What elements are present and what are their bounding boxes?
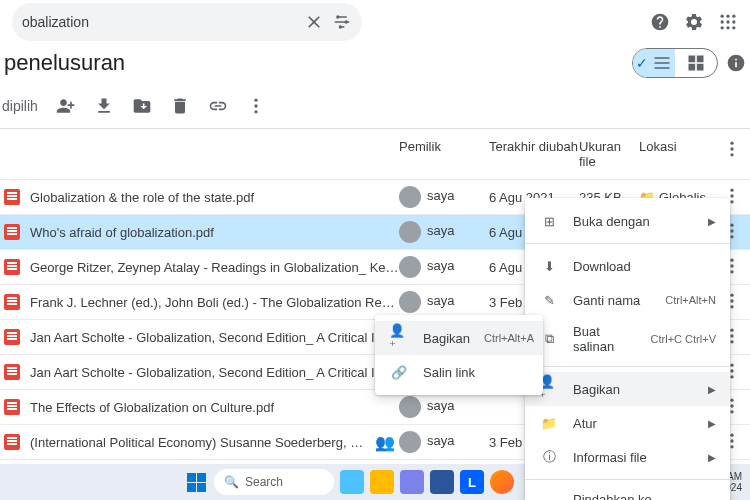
menu-item-copy[interactable]: ⧉Buat salinanCtrl+C Ctrl+V: [525, 317, 730, 361]
selection-label: dipilih: [2, 98, 38, 114]
menu-label: Ganti nama: [573, 293, 651, 308]
header-modified[interactable]: Terakhir diubah: [489, 139, 579, 169]
start-button[interactable]: [184, 470, 208, 494]
avatar: [399, 396, 421, 418]
share-icon[interactable]: [56, 96, 76, 116]
file-name: (International Political Economy) Susann…: [30, 435, 369, 450]
svg-point-33: [730, 363, 733, 366]
selection-toolbar: dipilih: [0, 88, 750, 129]
svg-point-38: [730, 410, 733, 413]
info-icon: ⓘ: [539, 447, 559, 467]
menu-item-download[interactable]: ⬇Download: [525, 249, 730, 283]
file-name: George Ritzer, Zeynep Atalay - Readings …: [30, 260, 399, 275]
search-box[interactable]: [12, 3, 362, 41]
svg-point-16: [730, 147, 733, 150]
svg-point-21: [730, 223, 733, 226]
svg-point-15: [730, 142, 733, 145]
move-icon[interactable]: [132, 96, 152, 116]
owner-cell: saya: [399, 291, 489, 313]
svg-point-10: [726, 26, 729, 29]
svg-point-25: [730, 264, 733, 267]
pdf-icon: [4, 259, 20, 275]
menu-item-share[interactable]: 👤⁺BagikanCtrl+Alt+A: [375, 321, 543, 355]
help-icon[interactable]: [650, 12, 670, 32]
pdf-icon: [4, 189, 20, 205]
svg-point-13: [254, 104, 257, 107]
owner-cell: saya: [399, 396, 489, 418]
menu-item-share[interactable]: 👤⁺Bagikan▶: [525, 372, 730, 406]
view-list[interactable]: ✓: [633, 49, 675, 77]
view-toggle[interactable]: ✓: [632, 48, 718, 78]
svg-point-4: [726, 15, 729, 18]
link-icon[interactable]: [208, 96, 228, 116]
header-more-icon[interactable]: [722, 139, 742, 159]
search-input[interactable]: [22, 14, 304, 30]
pdf-icon: [4, 434, 20, 450]
svg-point-29: [730, 305, 733, 308]
svg-point-39: [730, 433, 733, 436]
owner-cell: saya: [399, 256, 489, 278]
owner-cell: saya: [399, 186, 489, 208]
chevron-right-icon: ▶: [708, 384, 716, 395]
svg-point-18: [730, 188, 733, 191]
taskbar-firefox[interactable]: [490, 470, 514, 494]
apps-icon[interactable]: [718, 12, 738, 32]
more-icon[interactable]: [246, 96, 266, 116]
svg-point-20: [730, 200, 733, 203]
menu-shortcut: Ctrl+C Ctrl+V: [651, 333, 716, 345]
download-icon[interactable]: [94, 96, 114, 116]
list-icon: [652, 53, 672, 73]
avatar: [399, 431, 421, 453]
header-location[interactable]: Lokasi: [639, 139, 722, 169]
header-name[interactable]: [4, 139, 399, 169]
svg-point-32: [730, 340, 733, 343]
taskbar-app[interactable]: [430, 470, 454, 494]
header-owner[interactable]: Pemilik: [399, 139, 489, 169]
delete-icon[interactable]: [170, 96, 190, 116]
avatar: [399, 256, 421, 278]
clear-icon[interactable]: [304, 12, 324, 32]
avatar: [399, 291, 421, 313]
menu-label: Download: [573, 259, 716, 274]
svg-point-2: [339, 25, 342, 28]
file-name: The Effects of Globalization on Culture.…: [30, 400, 274, 415]
svg-point-7: [726, 20, 729, 23]
avatar: [399, 186, 421, 208]
file-name: Globalization & the role of the state.pd…: [30, 190, 254, 205]
menu-item-organize[interactable]: 📁Atur▶: [525, 406, 730, 440]
taskbar-app[interactable]: [400, 470, 424, 494]
svg-point-23: [730, 235, 733, 238]
pdf-icon: [4, 224, 20, 240]
organize-icon: 📁: [539, 413, 559, 433]
menu-item-info[interactable]: ⓘInformasi file▶: [525, 440, 730, 474]
taskbar-app[interactable]: [370, 470, 394, 494]
filter-icon[interactable]: [332, 12, 352, 32]
menu-label: Bagikan: [423, 331, 470, 346]
view-grid[interactable]: [675, 49, 717, 77]
chevron-right-icon: ▶: [708, 418, 716, 429]
taskbar-app[interactable]: [340, 470, 364, 494]
rename-icon: ✎: [539, 290, 559, 310]
svg-point-31: [730, 334, 733, 337]
svg-point-30: [730, 328, 733, 331]
info-icon[interactable]: [726, 53, 746, 73]
menu-item-open[interactable]: ⊞Buka dengan▶: [525, 204, 730, 238]
menu-item-trash[interactable]: 🗑Pindahkan ke sampahDelete: [525, 485, 730, 500]
owner-cell: saya: [399, 221, 489, 243]
avatar: [399, 221, 421, 243]
pdf-icon: [4, 329, 20, 345]
gear-icon[interactable]: [684, 12, 704, 32]
taskbar-search[interactable]: 🔍Search: [214, 469, 334, 495]
menu-item-link[interactable]: 🔗Salin link: [375, 355, 543, 389]
shared-icon: 👥: [375, 433, 395, 452]
taskbar-app[interactable]: L: [460, 470, 484, 494]
svg-point-3: [721, 15, 724, 18]
header-size[interactable]: Ukuran file: [579, 139, 639, 169]
open-icon: ⊞: [539, 211, 559, 231]
chevron-right-icon: ▶: [708, 452, 716, 463]
search-icon: 🔍: [224, 475, 239, 489]
file-name: Frank J. Lechner (ed.), John Boli (ed.) …: [30, 295, 399, 310]
share-submenu: 👤⁺BagikanCtrl+Alt+A🔗Salin link: [375, 315, 543, 395]
svg-point-14: [254, 110, 257, 113]
menu-item-rename[interactable]: ✎Ganti namaCtrl+Alt+N: [525, 283, 730, 317]
